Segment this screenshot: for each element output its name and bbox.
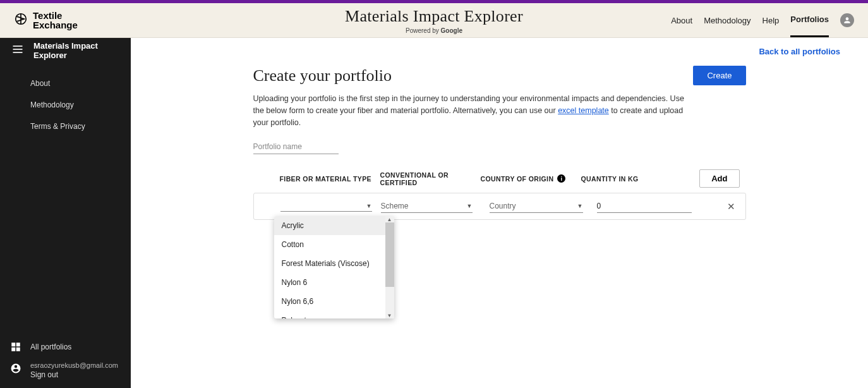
add-button[interactable]: Add [699,169,739,188]
back-to-portfolios-link[interactable]: Back to all portfolios [759,47,840,56]
dropdown-scrollbar[interactable]: ▲ ▼ [385,216,394,318]
create-button[interactable]: Create [693,66,745,85]
scroll-down-arrow-icon[interactable]: ▼ [385,312,394,318]
dropdown-option[interactable]: Polyester [274,311,394,318]
chevron-down-icon: ▼ [467,203,473,209]
excel-template-link[interactable]: excel template [558,106,609,115]
dropdown-option[interactable]: Acrylic [274,216,394,235]
person-icon [843,16,852,25]
chevron-down-icon: ▼ [577,203,583,209]
powered-by: Powered by Google [345,27,523,34]
page-description: Uploading your portfolio is the first st… [253,93,696,128]
dropdown-option[interactable]: Forest Materials (Viscose) [274,254,394,273]
country-select[interactable]: Country▼ [490,200,583,213]
brand-logo[interactable]: Textile Exchange [14,11,78,30]
nav-methodology[interactable]: Methodology [704,4,750,37]
dropdown-option[interactable]: Cotton [274,235,394,254]
nav-help[interactable]: Help [763,4,780,37]
material-row: ▼ Scheme▼ Country▼ ✕ AcrylicCottonForest… [253,193,746,220]
sidebar-user-block: esraozyurekusb@gmail.com Sign out [10,361,121,379]
sidebar-title: Materials Impact Explorer [33,41,119,60]
yarn-ball-icon [14,12,28,28]
table-header-row: FIBER OR MATERIAL TYPE CONVENTIONAL OR C… [253,169,746,193]
sidebar-item-methodology[interactable]: Methodology [0,94,131,116]
user-avatar[interactable] [840,13,854,27]
sidebar-item-terms[interactable]: Terms & Privacy [0,116,131,137]
col-header-origin: COUNTRY OF ORIGIN i [481,174,581,183]
account-circle-icon [10,363,21,374]
sidebar-item-all-portfolios[interactable]: All portfolios [10,341,121,353]
info-icon[interactable]: i [557,174,565,183]
sidebar-header: Materials Impact Explorer [0,38,131,63]
sidebar-footer: All portfolios esraozyurekusb@gmail.com … [0,332,131,388]
brand-name: Textile Exchange [33,11,78,30]
scroll-thumb[interactable] [385,222,394,287]
fiber-dropdown: AcrylicCottonForest Materials (Viscose)N… [274,216,394,318]
scroll-track[interactable] [385,222,394,312]
main-area: Back to all portfolios Create your portf… [131,38,868,388]
sidebar-item-about[interactable]: About [0,73,131,94]
scheme-select[interactable]: Scheme▼ [381,200,473,213]
app-title: Materials Impact Explorer [345,7,523,26]
sidebar: Materials Impact Explorer About Methodol… [0,38,131,388]
nav-about[interactable]: About [671,4,692,37]
app-title-block: Materials Impact Explorer Powered by Goo… [345,7,523,34]
top-nav: About Methodology Help Portfolios [671,3,854,37]
fiber-select[interactable]: ▼ [280,201,372,212]
dropdown-option[interactable]: Nylon 6,6 [274,292,394,311]
portfolio-name-input[interactable] [253,140,339,154]
sign-out-link[interactable]: Sign out [30,370,118,379]
col-header-qty: QUANTITY IN KG [581,175,682,183]
scroll-up-arrow-icon[interactable]: ▲ [385,216,394,222]
dropdown-option[interactable]: Nylon 6 [274,273,394,292]
col-header-fiber: FIBER OR MATERIAL TYPE [280,175,380,183]
user-email: esraozyurekusb@gmail.com [30,361,118,369]
nav-portfolios[interactable]: Portfolios [790,3,829,37]
hamburger-icon[interactable] [11,43,24,58]
col-header-cert: CONVENTIONAL OR CERTIFIED [380,171,481,186]
quantity-input[interactable] [597,200,692,213]
content: Create your portfolio Create Uploading y… [253,66,746,220]
sidebar-links: About Methodology Terms & Privacy [0,63,131,137]
dashboard-icon [10,341,21,353]
remove-row-button[interactable]: ✕ [723,201,739,212]
chevron-down-icon: ▼ [366,203,372,209]
page-heading: Create your portfolio [253,66,392,85]
top-bar: Textile Exchange Materials Impact Explor… [0,3,868,38]
close-icon: ✕ [727,201,735,212]
